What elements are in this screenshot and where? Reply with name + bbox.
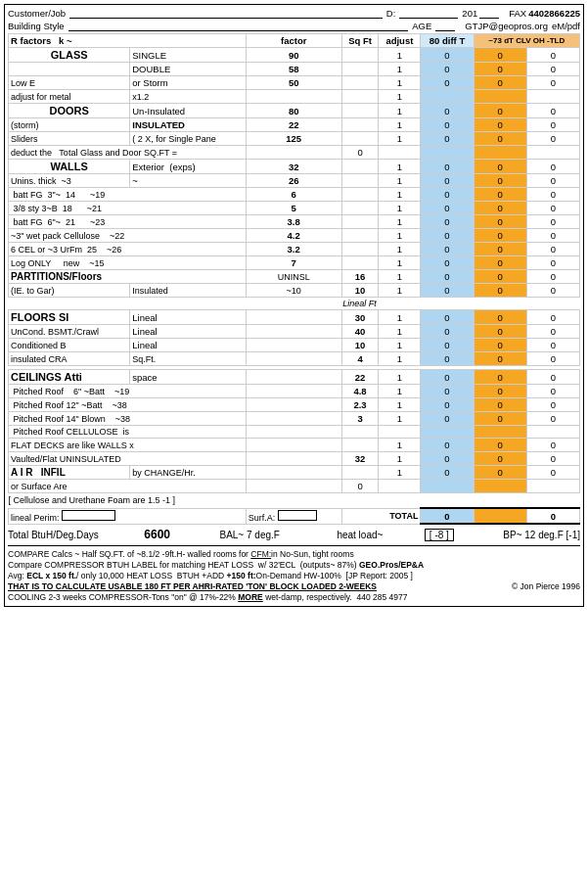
floors-cond-adjust: 1 (379, 339, 421, 352)
surface-are-label: or Surface Are (9, 480, 247, 493)
floors-ins-factor: 4 (341, 352, 379, 366)
doors-sliders-v2: 0 (474, 132, 526, 146)
lineal-perim-row: lineal Perim: Surf.A: TOTAL 0 0 (9, 508, 580, 524)
floors-sl-factor: 30 (341, 310, 379, 325)
partitions-insulated-v2: 0 (474, 284, 526, 298)
lineal-ft-note: Lineal Ft (9, 298, 379, 310)
doors-unins-v3: 0 (526, 104, 579, 118)
ceilings-space-v3: 0 (526, 370, 579, 385)
surface-are-row: or Surface Are 0 (9, 480, 580, 493)
footer-line-4: THAT IS TO CALCULATE USABLE 180 FT PER A… (8, 581, 580, 591)
walls-wetpack-label: ~3" wet pack Cellulose ~22 (9, 229, 247, 243)
doors-unins-sub: Un-Insulated (130, 104, 246, 118)
ceilings-space-adjust: 1 (379, 370, 421, 385)
walls-unins-factor: 26 (246, 174, 341, 188)
walls-unins-sqft (341, 174, 379, 188)
ceilings-cellulose-row: Pitched Roof CELLULOSE is (9, 426, 580, 439)
floors-cond-row: Conditioned B Lineal 10 1 0 0 0 (9, 339, 580, 352)
walls-battfg3-adjust: 1 (379, 188, 421, 202)
surface-are-v2 (474, 480, 526, 493)
floors-uncond-adjust: 1 (379, 325, 421, 339)
floors-uncond-rfactor (246, 325, 341, 339)
doors-insulated-v3: 0 (526, 118, 579, 132)
glass-single-v2: 0 (474, 48, 526, 63)
doors-insulated-sqft (341, 118, 379, 132)
walls-38sty-sqft (341, 202, 379, 215)
floors-uncond-factor: 40 (341, 325, 379, 339)
partitions-insulated-factor: 10 (341, 284, 379, 298)
total-label: TOTAL (341, 508, 421, 524)
glass-label: GLASS (9, 48, 130, 63)
ceilings-space-v2: 0 (474, 370, 526, 385)
floors-ins-v1: 0 (421, 352, 474, 366)
building-style-label: Building Style (8, 21, 65, 31)
d-field (399, 8, 458, 19)
floors-ins-rfactor (246, 352, 341, 366)
walls-6cel-sqft (341, 243, 379, 256)
glass-double-adjust: 1 (379, 63, 421, 76)
doors-insulated-v2: 0 (474, 118, 526, 132)
fax-number: 4402866225 (528, 8, 580, 19)
ceilings-pitched14-row: Pitched Roof 14" Blown ~38 3 1 0 0 0 (9, 412, 580, 426)
walls-ext-v2: 0 (474, 160, 526, 174)
ceilings-pitched12-row: Pitched Roof 12" ~Batt ~38 2.3 1 0 0 0 (9, 398, 580, 412)
vaulted-flat-row: Vaulted/Flat UNINSULATED 32 1 0 0 0 (9, 452, 580, 466)
air-infil-rfactor (246, 466, 341, 480)
vaulted-flat-label: Vaulted/Flat UNINSULATED (9, 452, 247, 466)
doors-deduct-factor (246, 146, 341, 160)
walls-battfg3-row: batt FG 3"~ 14 ~19 6 1 0 0 0 (9, 188, 580, 202)
ceilings-pitched12-adjust: 1 (379, 398, 421, 412)
doors-deduct-label: deduct the Total Glass and Door SQ.FT = (9, 146, 247, 160)
ceilings-pitched14-label: Pitched Roof 14" Blown ~38 (9, 412, 247, 426)
walls-ext-sub: Exterior (exps) (130, 160, 246, 174)
vaulted-flat-factor: 32 (341, 452, 379, 466)
glass-lowe-row: Low E or Storm 50 1 0 0 0 (9, 76, 580, 90)
floors-ins-sub: Sq.Ft. (130, 352, 246, 366)
glass-metal-sub: x1.2 (130, 90, 246, 104)
floors-uncond-row: UnCond. BSMT./Crawl Lineal 40 1 0 0 0 (9, 325, 580, 339)
walls-unins-sub: ~ (130, 174, 246, 188)
glass-storm-v3: 0 (526, 76, 579, 90)
customer-job-label: Customer/Job (8, 8, 66, 19)
footer: COMPARE Calcs ~ Half SQ.FT. of ~8.1/2 -9… (8, 545, 580, 602)
footer-line-3: Avg: ECL x 150 ft./ only 10,000 HEAT LOS… (8, 571, 580, 580)
floors-uncond-v2: 0 (474, 325, 526, 339)
walls-battfg3-v2: 0 (474, 188, 526, 202)
main-table: R factors k ~ factor Sq Ft adjust 80 dif… (8, 33, 580, 525)
surface-are-value: 0 (341, 480, 379, 493)
ceilings-space-v1: 0 (421, 370, 474, 385)
surface-are-rfactor (246, 480, 341, 493)
ceilings-label: CEILINGS Atti (9, 370, 130, 385)
walls-ext-v1: 0 (421, 160, 474, 174)
walls-38sty-adjust: 1 (379, 202, 421, 215)
d-label: D: (386, 8, 396, 19)
walls-battfg6-adjust: 1 (379, 215, 421, 229)
floors-ins-v3: 0 (526, 352, 579, 366)
walls-label: WALLS (9, 160, 130, 174)
flat-decks-v2: 0 (474, 439, 526, 452)
walls-38sty-v3: 0 (526, 202, 579, 215)
doors-deduct-v1 (421, 146, 474, 160)
floors-sl-factor-label (246, 310, 341, 325)
gtjp-label: GTJP@geopros.org (465, 21, 548, 31)
footer-line-2: Compare COMPRESSOR BTUH LABEL for matchi… (8, 560, 580, 570)
ceilings-pitched12-v2: 0 (474, 398, 526, 412)
glass-single-factor: 90 (246, 48, 341, 63)
ceilings-header-row: CEILINGS Atti space 22 1 0 0 0 (9, 370, 580, 385)
header: Customer/Job D: 201 FAX 4402866225 Build… (8, 8, 580, 31)
flat-decks-v3: 0 (526, 439, 579, 452)
doors-deduct-v3 (526, 146, 579, 160)
glass-storm-sqft (341, 76, 379, 90)
glass-single-v3: 0 (526, 48, 579, 63)
btuh-label: Total BtuH/Deg.Days (8, 530, 99, 540)
surface-are-v3 (526, 480, 579, 493)
partitions-header-row: PARTITIONS/Floors UNINSL 16 1 0 0 0 (9, 270, 580, 284)
walls-unins-v3: 0 (526, 174, 579, 188)
doors-unins-v2: 0 (474, 104, 526, 118)
walls-log-label: Log ONLY new ~15 (9, 256, 247, 270)
walls-battfg3-v1: 0 (421, 188, 474, 202)
ceilings-cellulose-rfactor (246, 426, 341, 439)
walls-log-factor: 7 (246, 256, 341, 270)
walls-battfg3-v3: 0 (526, 188, 579, 202)
floors-sl-adjust: 1 (379, 310, 421, 325)
